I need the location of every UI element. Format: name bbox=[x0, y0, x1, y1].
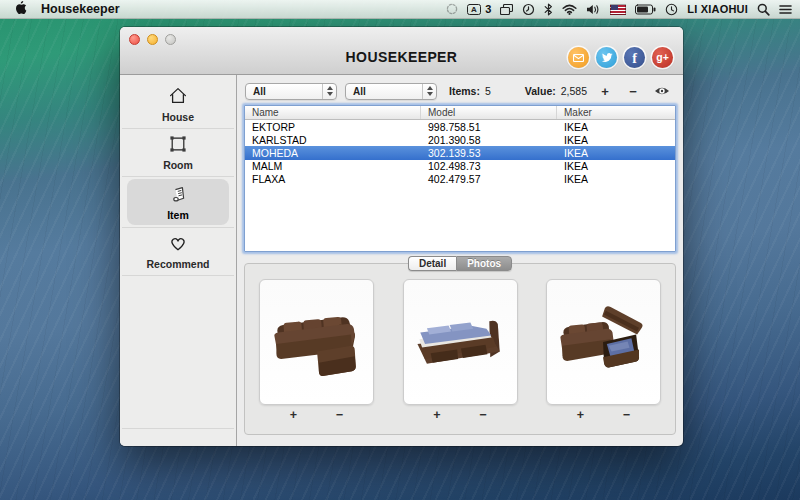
filter-popup-2[interactable]: All bbox=[345, 83, 437, 100]
input-keyboard-icon[interactable]: A bbox=[467, 4, 481, 15]
tab-photos[interactable]: Photos bbox=[456, 256, 512, 271]
svg-text:A: A bbox=[471, 5, 477, 14]
sidebar-item-house[interactable]: House bbox=[120, 81, 236, 127]
filter-bar: All All Items: 5 Value: 2,585 bbox=[245, 82, 675, 100]
room-icon bbox=[169, 135, 187, 157]
input-badge: 3 bbox=[485, 3, 491, 15]
google-plus-icon[interactable]: g+ bbox=[652, 47, 673, 68]
filter-popup-1[interactable]: All bbox=[245, 83, 337, 100]
items-table: Name Model Maker EKTORP 998.758.51 IKEA … bbox=[244, 105, 676, 252]
window-titlebar[interactable]: HOUSEKEEPER f g+ bbox=[120, 27, 683, 75]
table-header: Name Model Maker bbox=[245, 106, 675, 120]
sidebar-item-room[interactable]: Room bbox=[120, 130, 236, 175]
sidebar-separator bbox=[122, 176, 234, 177]
item-scroll-icon bbox=[169, 184, 187, 207]
zoom-button[interactable] bbox=[165, 34, 176, 45]
facebook-icon[interactable]: f bbox=[624, 47, 645, 68]
photo-controls: + − bbox=[259, 408, 374, 424]
photo-remove-button[interactable]: − bbox=[619, 408, 635, 424]
house-icon bbox=[168, 86, 188, 109]
volume-icon[interactable] bbox=[586, 4, 601, 15]
photos-panel: + − + − + − bbox=[244, 263, 676, 435]
sidebar-item-label: Recommend bbox=[146, 258, 209, 270]
sidebar-separator bbox=[122, 428, 234, 429]
table-row[interactable]: EKTORP 998.758.51 IKEA bbox=[245, 120, 675, 133]
photo-remove-button[interactable]: − bbox=[475, 408, 491, 424]
photo-card[interactable] bbox=[403, 279, 518, 405]
desktop-wallpaper: Housekeeper A 3 bbox=[0, 0, 800, 500]
menubar-username[interactable]: LI XIAOHUI bbox=[687, 3, 748, 15]
sidebar-separator bbox=[122, 275, 234, 276]
sidebar-item-label: House bbox=[162, 111, 194, 123]
value-amount: 2,585 bbox=[561, 85, 587, 97]
spotlight-icon[interactable] bbox=[757, 3, 770, 16]
photo-add-button[interactable]: + bbox=[429, 408, 445, 424]
detail-photos-tabs: Detail Photos bbox=[243, 256, 677, 271]
sidebar: House Room Item bbox=[120, 75, 237, 446]
sofa-storage-open-photo bbox=[552, 286, 656, 398]
table-row[interactable]: MALM 102.498.73 IKEA bbox=[245, 160, 675, 173]
eye-icon[interactable] bbox=[654, 86, 670, 96]
photo-add-button[interactable]: + bbox=[286, 408, 302, 424]
sidebar-separator bbox=[122, 128, 234, 129]
notification-center-icon[interactable] bbox=[779, 4, 792, 15]
bluetooth-icon[interactable] bbox=[544, 3, 553, 16]
minimize-button[interactable] bbox=[147, 34, 158, 45]
wifi-icon[interactable] bbox=[562, 4, 577, 15]
sofa-chaise-photo bbox=[265, 286, 369, 398]
chevron-updown-icon bbox=[422, 84, 436, 99]
heart-icon bbox=[168, 234, 188, 256]
column-header-model[interactable]: Model bbox=[421, 106, 557, 119]
time-machine-icon[interactable] bbox=[522, 3, 535, 16]
photo-card[interactable] bbox=[546, 279, 661, 405]
photo-add-button[interactable]: + bbox=[573, 408, 589, 424]
us-flag-icon[interactable] bbox=[610, 4, 626, 15]
table-row[interactable]: FLAXA 402.479.57 IKEA bbox=[245, 173, 675, 186]
apple-logo-icon[interactable] bbox=[14, 0, 27, 18]
table-row[interactable]: KARLSTAD 201.390.58 IKEA bbox=[245, 133, 675, 146]
menu-bar: Housekeeper A 3 bbox=[0, 0, 800, 19]
clock-icon[interactable] bbox=[665, 3, 678, 16]
table-row-selected[interactable]: MOHEDA 302.139.53 IKEA bbox=[245, 146, 675, 159]
sidebar-item-label: Item bbox=[167, 209, 189, 221]
sofa-bed-open-photo bbox=[408, 286, 512, 398]
photo-remove-button[interactable]: − bbox=[332, 408, 348, 424]
tab-detail[interactable]: Detail bbox=[408, 256, 456, 271]
social-buttons: f g+ bbox=[568, 47, 673, 68]
traffic-lights bbox=[129, 34, 176, 45]
displays-icon[interactable] bbox=[500, 4, 513, 15]
email-icon[interactable] bbox=[568, 47, 589, 68]
value-label: Value: bbox=[525, 85, 556, 97]
spinner-icon[interactable] bbox=[446, 3, 458, 15]
sidebar-item-label: Room bbox=[163, 159, 193, 171]
main-content: All All Items: 5 Value: 2,585 bbox=[237, 75, 683, 446]
column-header-maker[interactable]: Maker bbox=[557, 106, 675, 119]
sidebar-item-recommend[interactable]: Recommend bbox=[120, 229, 236, 274]
photo-controls: + − bbox=[546, 408, 661, 424]
menubar-app-name[interactable]: Housekeeper bbox=[41, 2, 120, 16]
photo-controls: + − bbox=[403, 408, 518, 424]
column-header-name[interactable]: Name bbox=[245, 106, 421, 119]
battery-icon[interactable] bbox=[635, 4, 656, 15]
items-count: 5 bbox=[485, 85, 491, 97]
twitter-icon[interactable] bbox=[596, 47, 617, 68]
items-label: Items: bbox=[449, 85, 480, 97]
close-button[interactable] bbox=[129, 34, 140, 45]
add-item-button[interactable]: + bbox=[597, 84, 613, 99]
housekeeper-window: HOUSEKEEPER f g+ bbox=[120, 27, 683, 446]
photo-card[interactable] bbox=[259, 279, 374, 405]
sidebar-separator bbox=[122, 227, 234, 228]
remove-item-button[interactable]: − bbox=[625, 84, 641, 99]
sidebar-item-item[interactable]: Item bbox=[127, 179, 229, 225]
chevron-updown-icon bbox=[322, 84, 336, 99]
